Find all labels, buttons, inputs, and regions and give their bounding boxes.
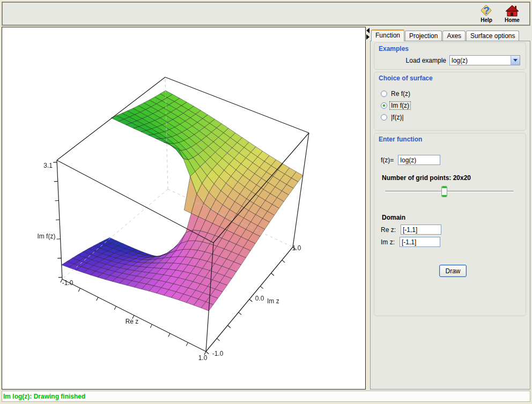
grid-slider-track[interactable] <box>385 191 514 192</box>
examples-group: Examples Load example log(z) <box>374 42 526 70</box>
grid-slider-thumb[interactable] <box>441 186 447 197</box>
home-label: Home <box>505 17 520 23</box>
im-z-label: Im z: <box>381 238 395 246</box>
grid-slider[interactable] <box>385 186 514 197</box>
radio-im-fz[interactable]: Im f(z) <box>381 102 410 109</box>
enter-function-title: Enter function <box>379 136 422 143</box>
home-button[interactable]: Home <box>500 3 524 25</box>
radio-icon[interactable] <box>381 114 387 121</box>
collapse-left-icon[interactable] <box>366 28 370 33</box>
home-icon <box>505 5 519 17</box>
grid-points-label: Number of grid points: 20x20 <box>382 174 471 182</box>
tab-axes[interactable]: Axes <box>442 31 466 41</box>
domain-label: Domain <box>382 214 405 221</box>
re-z-label: Re z: <box>381 226 396 234</box>
radio-selected-icon[interactable] <box>381 102 387 109</box>
load-example-label: Load example <box>406 57 446 64</box>
status-text: Im log(z): Drawing finished <box>3 393 85 400</box>
status-bar: Im log(z): Drawing finished <box>2 391 530 402</box>
examples-title: Examples <box>379 45 409 53</box>
example-combobox-value: log(z) <box>452 57 468 64</box>
plot-panel <box>2 27 366 390</box>
im-z-input[interactable] <box>400 237 440 247</box>
radio-abs-fz[interactable]: |f(z)| <box>381 114 405 121</box>
tab-surface-options[interactable]: Surface options <box>466 31 519 41</box>
chevron-down-icon <box>513 59 518 62</box>
surface-choice-group: Choice of surface Re f(z) Im f(z) |f(z)| <box>374 72 526 131</box>
toolbar: ? Help Home <box>2 2 530 26</box>
radio-re-fz[interactable]: Re f(z) <box>381 90 411 98</box>
radio-re-fz-label: Re f(z) <box>390 90 411 98</box>
enter-function-group: Enter function f(z)= Number of grid poin… <box>374 133 526 316</box>
control-panel: Function Projection Axes Surface options… <box>370 27 530 390</box>
fz-input[interactable] <box>398 155 440 165</box>
fz-label: f(z)= <box>381 156 394 164</box>
tab-projection[interactable]: Projection <box>405 31 442 41</box>
radio-icon[interactable] <box>381 91 387 97</box>
tab-bar: Function Projection Axes Surface options <box>371 29 530 41</box>
app-window: { "toolbar": { "help_label": "Help", "ho… <box>0 0 532 404</box>
surface-choice-title: Choice of surface <box>379 74 433 82</box>
help-icon: ? <box>480 5 493 17</box>
combobox-dropdown-button[interactable] <box>511 56 520 65</box>
help-button[interactable]: ? Help <box>475 3 498 25</box>
re-z-input[interactable] <box>401 225 441 235</box>
tab-function[interactable]: Function <box>371 29 404 41</box>
tab-content-function: Examples Load example log(z) Choice of s… <box>370 41 530 390</box>
help-label: Help <box>481 17 492 23</box>
radio-im-fz-label: Im f(z) <box>390 102 410 109</box>
draw-button[interactable]: Draw <box>439 265 467 277</box>
surface-plot-canvas[interactable] <box>2 27 365 389</box>
split-pane-divider[interactable] <box>366 27 370 390</box>
example-combobox[interactable]: log(z) <box>449 55 520 65</box>
radio-abs-fz-label: |f(z)| <box>390 114 405 121</box>
collapse-right-icon[interactable] <box>366 34 370 40</box>
